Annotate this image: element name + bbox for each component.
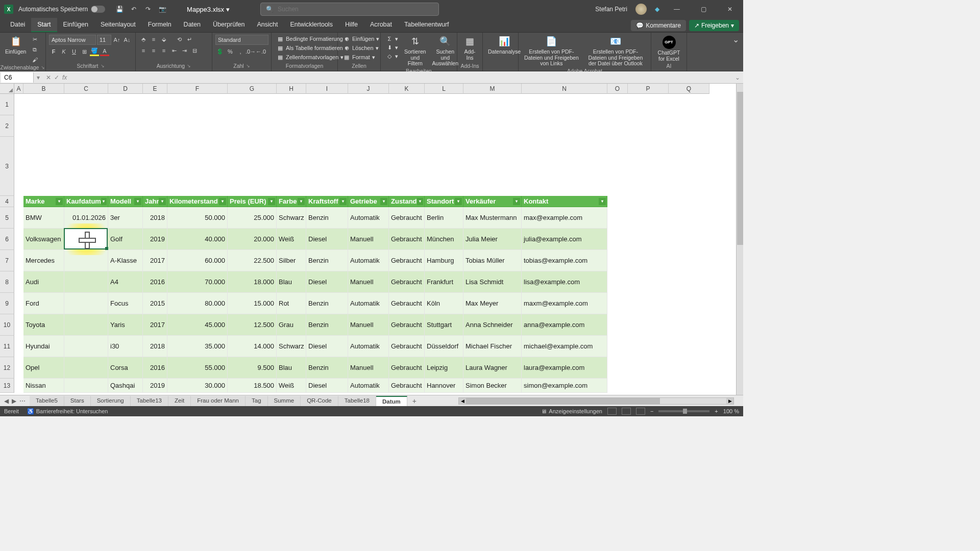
cell[interactable]: Kilometerstand▾ [167,196,228,207]
cell[interactable]: Gebraucht [389,250,425,271]
font-size-input[interactable] [97,35,111,45]
cell[interactable]: Schwarz [277,336,306,357]
collapse-ribbon-icon[interactable]: ⌄ [732,35,739,44]
cell[interactable] [64,250,108,271]
row-header[interactable]: 10 [0,314,14,336]
cell[interactable]: Automatik [348,379,389,393]
underline-icon[interactable]: U [69,47,79,56]
cell[interactable]: 3er [108,207,143,229]
cell[interactable]: Opel [23,357,64,379]
scroll-thumb[interactable] [737,92,743,245]
increase-indent-icon[interactable]: ⇥ [180,46,189,55]
cell[interactable]: 2016 [143,271,167,293]
cell[interactable]: simon@example.com [522,379,607,393]
cell[interactable]: 25.000 [228,207,277,229]
font-name-input[interactable] [49,35,96,45]
format-painter-icon[interactable]: 🖌 [30,55,39,64]
cut-icon[interactable]: ✂ [30,35,39,44]
zoom-slider[interactable] [658,410,709,412]
row-header[interactable]: 11 [0,336,14,357]
zoom-out-icon[interactable]: − [650,408,653,414]
cell[interactable]: Grau [277,314,306,336]
cell[interactable]: Kontakt▾ [522,196,607,207]
cell[interactable]: anna@example.com [522,314,607,336]
cell-styles-button[interactable]: ▦Zellenformatvorlagen▾ [275,53,346,61]
number-format-select[interactable] [215,35,268,45]
tab-überprüfen[interactable]: Überprüfen [207,18,251,32]
cell[interactable]: 2018 [143,336,167,357]
cell[interactable]: Automatik [348,250,389,271]
cell[interactable]: Mercedes [23,250,64,271]
undo-icon[interactable]: ↶ [130,5,138,13]
data-analysis-button[interactable]: 📊Datenanalyse [486,35,523,56]
row-header[interactable]: 13 [0,379,14,393]
decrease-indent-icon[interactable]: ⇤ [169,46,179,55]
increase-font-icon[interactable]: A↑ [112,35,121,44]
tab-start[interactable]: Start [31,18,57,32]
cell[interactable]: Stuttgart [425,314,463,336]
cell[interactable]: Automatik [348,293,389,314]
tab-daten[interactable]: Daten [178,18,207,32]
filter-icon[interactable]: ▾ [101,198,107,205]
cell[interactable] [64,357,108,379]
cell[interactable]: 01.01.2026 [64,207,108,229]
sheet-tab[interactable]: Frau oder Mann [191,396,246,406]
cell[interactable] [64,271,108,293]
row-header[interactable]: 6 [0,229,14,250]
filter-icon[interactable]: ▾ [268,198,275,205]
tab-acrobat[interactable]: Acrobat [364,18,398,32]
row-header[interactable]: 1 [0,94,14,115]
cell[interactable]: Manuell [348,314,389,336]
cell[interactable]: Hamburg [425,250,463,271]
cell[interactable] [64,314,108,336]
cell[interactable]: Gebraucht [389,336,425,357]
cell[interactable]: 2015 [143,293,167,314]
cell[interactable] [64,336,108,357]
sheet-tab[interactable]: Summe [268,396,301,406]
paste-button[interactable]: 📋 Einfügen [3,35,28,56]
cell[interactable]: Blau [277,357,306,379]
cell[interactable]: Modell▾ [108,196,143,207]
cell[interactable]: laura@example.com [522,357,607,379]
cell[interactable]: Getriebe▾ [348,196,389,207]
scroll-right-icon[interactable]: ▶ [726,398,733,404]
row-header[interactable]: 3 [0,137,14,196]
accounting-icon[interactable]: 💲 [215,47,225,56]
tab-seitenlayout[interactable]: Seitenlayout [94,18,142,32]
cell[interactable]: 80.000 [167,293,228,314]
cell[interactable]: max@example.com [522,207,607,229]
cell[interactable]: 2017 [143,314,167,336]
cell[interactable]: Gebraucht [389,207,425,229]
column-header[interactable]: M [463,84,522,94]
align-left-icon[interactable]: ≡ [139,46,148,55]
bold-icon[interactable]: F [49,47,58,56]
cell[interactable]: 2017 [143,250,167,271]
cell[interactable]: Schwarz [277,207,306,229]
cell[interactable]: München [425,229,463,250]
camera-icon[interactable]: 📷 [158,5,166,13]
cell[interactable]: 15.000 [228,293,277,314]
scroll-left-icon[interactable]: ◀ [459,398,466,404]
cell[interactable]: Toyota [23,314,64,336]
cell[interactable]: Kaufdatum▾ [64,196,108,207]
cell[interactable]: 18.500 [228,379,277,393]
row-header[interactable]: 2 [0,115,14,137]
create-pdf-outlook-button[interactable]: 📧Erstellen von PDF-Dateien und Freigeben… [583,35,648,68]
column-header[interactable]: D [108,84,143,94]
cell[interactable]: Gebraucht [389,271,425,293]
cell[interactable]: Golf [108,229,143,250]
cell[interactable]: 55.000 [167,357,228,379]
orientation-icon[interactable]: ⟲ [175,35,184,44]
cell[interactable]: Silber [277,250,306,271]
view-page-layout-icon[interactable] [622,408,631,415]
cell[interactable]: 2018 [143,207,167,229]
align-center-icon[interactable]: ≡ [149,46,158,55]
cell[interactable]: Manuell [348,271,389,293]
vertical-scrollbar[interactable] [736,84,743,395]
sheet-tab[interactable]: Stars [64,396,91,406]
cell[interactable]: Leipzig [425,357,463,379]
sheet-tab[interactable]: Tabelle18 [338,396,376,406]
sheet-tab[interactable]: Tabelle5 [30,396,64,406]
row-header[interactable]: 8 [0,271,14,293]
autosum-button[interactable]: Σ▾ [384,35,400,43]
